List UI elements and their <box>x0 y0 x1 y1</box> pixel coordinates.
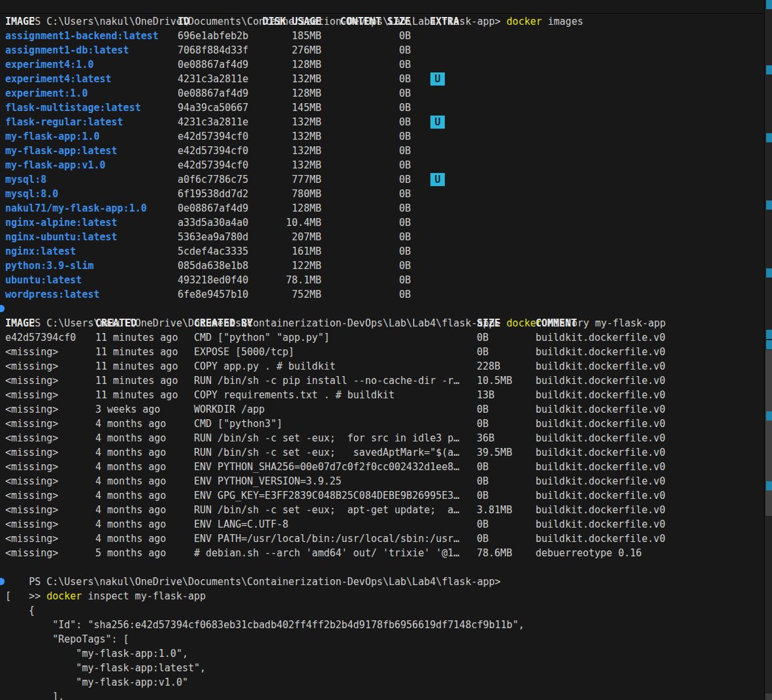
image-name-cell: python:3.9-slim <box>5 259 93 273</box>
history-created-by-cell: RUN /bin/sh -c set -eux; for src in idle… <box>194 431 459 445</box>
prompt-line-inspect: >>dockerinspect my-flask-app <box>0 575 772 589</box>
command-overview-mark <box>766 411 772 421</box>
update-available-badge: U <box>430 116 445 129</box>
images-table-row: flask-regular:latest4231c3a2811e132MB0BU <box>0 115 772 129</box>
history-table-row: <missing>4 months agoENV PYTHON_SHA256=0… <box>0 460 772 474</box>
disk-usage-cell: 207MB <box>235 230 321 244</box>
terminal-window[interactable]: PS C:\Users\nakul\OneDrive\Documents\Con… <box>0 0 772 700</box>
history-created-cell: 4 months ago <box>95 460 166 474</box>
disk-usage-cell: 145MB <box>235 101 321 115</box>
json-output-line: "my-flask-app:v1.0" <box>0 675 772 690</box>
history-created-cell: 11 minutes ago <box>95 330 178 345</box>
history-image-cell: <missing> <box>5 488 58 503</box>
disk-usage-cell: 132MB <box>235 144 321 158</box>
images-table-body: assignment1-backend:latest696e1abfeb2b18… <box>0 29 772 302</box>
history-table-row: e42d57394cf011 minutes agoCMD ["python" … <box>0 330 772 345</box>
image-name-cell: ubuntu:latest <box>5 273 82 287</box>
image-name-cell: experiment4:latest <box>5 72 112 86</box>
history-image-cell: <missing> <box>5 388 58 402</box>
images-table-row: assignment1-db:latest7068f884d33f276MB0B <box>0 43 772 57</box>
history-image-cell: <missing> <box>5 474 58 488</box>
history-created-by-cell: ENV PYTHON_VERSION=3.9.25 <box>194 474 342 488</box>
command-overview-mark <box>766 481 772 490</box>
history-size-cell: 0B <box>477 345 489 359</box>
history-image-cell: <missing> <box>5 445 58 460</box>
history-header-comment: COMMENT <box>536 316 577 330</box>
image-name-cell: experiment:1.0 <box>5 86 88 101</box>
image-name-cell: mysql:8.0 <box>5 187 58 201</box>
image-name-cell: nakul71/my-flask-app:1.0 <box>5 201 147 215</box>
images-header-disk-usage: DISK USAGE <box>235 14 321 29</box>
history-image-cell: <missing> <box>5 402 58 417</box>
history-comment-cell: buildkit.dockerfile.v0 <box>536 460 666 474</box>
json-output-line: "my-flask-app:latest", <box>0 661 772 675</box>
history-header-created: CREATED <box>95 316 137 330</box>
history-table-row: <missing>3 weeks agoWORKDIR /app0Bbuildk… <box>0 402 772 417</box>
history-comment-cell: buildkit.dockerfile.v0 <box>536 374 666 388</box>
history-image-cell: <missing> <box>5 374 58 388</box>
disk-usage-cell: 780MB <box>235 187 321 201</box>
images-header-content-size: CONTENT SIZE <box>325 14 411 29</box>
image-name-cell: nginx-ubuntu:latest <box>5 230 118 244</box>
history-size-cell: 0B <box>477 417 489 431</box>
history-created-by-cell: WORKDIR /app <box>194 402 265 417</box>
prompt-line-plain: PS C:\Users\nakul\OneDrive\Documents\Con… <box>0 560 772 575</box>
content-size-cell: 0B <box>325 172 411 187</box>
command-overview-mark <box>766 268 772 278</box>
disk-usage-cell: 132MB <box>235 158 321 172</box>
history-created-by-cell: COPY app.py . # buildkit <box>194 359 336 374</box>
disk-usage-cell: 128MB <box>235 201 321 215</box>
content-size-cell: 0B <box>325 57 411 72</box>
history-table-row: <missing>11 minutes agoCOPY requirements… <box>0 388 772 402</box>
history-table-row: <missing>4 months agoCMD ["python3"]0Bbu… <box>0 417 772 431</box>
disk-usage-cell: 132MB <box>235 115 321 129</box>
history-comment-cell: buildkit.dockerfile.v0 <box>536 474 666 488</box>
content-size-cell: 0B <box>325 215 411 230</box>
history-image-cell: <missing> <box>5 532 58 546</box>
image-name-cell: experiment4:1.0 <box>5 57 93 72</box>
history-size-cell: 10.5MB <box>477 374 512 388</box>
image-name-cell: my-flask-app:v1.0 <box>5 158 106 172</box>
history-size-cell: 13B <box>477 388 494 402</box>
history-created-cell: 4 months ago <box>95 417 166 431</box>
disk-usage-cell: 122MB <box>235 259 321 273</box>
image-name-cell: nginx:latest <box>5 244 76 259</box>
history-created-cell: 4 months ago <box>95 517 166 532</box>
history-table-row: <missing>4 months agoENV PYTHON_VERSION=… <box>0 474 772 488</box>
content-size-cell: 0B <box>325 144 411 158</box>
history-comment-cell: buildkit.dockerfile.v0 <box>536 445 666 460</box>
history-created-by-cell: ENV PYTHON_SHA256=00e07d7c0f2f0cc002432d… <box>194 460 459 474</box>
scrollbar-thumb[interactable] <box>765 350 772 516</box>
content-size-cell: 0B <box>325 259 411 273</box>
history-created-by-cell: # debian.sh --arch 'amd64' out/ 'trixie'… <box>194 546 459 560</box>
scrollbar-track[interactable] <box>764 0 772 700</box>
history-size-cell: 0B <box>477 460 489 474</box>
json-output-line: "Id": "sha256:e42d57394cf0683eb31cbadb40… <box>0 618 772 632</box>
history-size-cell: 3.81MB <box>477 503 512 517</box>
history-size-cell: 0B <box>477 488 489 503</box>
history-image-cell: <missing> <box>5 417 58 431</box>
content-size-cell: 0B <box>325 43 411 57</box>
history-table-row: <missing>4 months agoRUN /bin/sh -c set … <box>0 431 772 445</box>
image-name-cell: assignment1-db:latest <box>5 43 129 57</box>
content-size-cell: 0B <box>325 244 411 259</box>
prompt-line-history: PS C:\Users\nakul\OneDrive\Documents\Con… <box>0 302 772 316</box>
images-table-row: nakul71/my-flask-app:1.00e08867af4d9128M… <box>0 201 772 215</box>
images-table-row: experiment:1.00e08867af4d9128MB0B <box>0 86 772 101</box>
images-header-id: ID <box>178 14 189 29</box>
history-created-cell: 4 months ago <box>95 488 166 503</box>
update-available-badge: U <box>430 72 445 86</box>
images-table-row: ubuntu:latest493218ed0f4078.1MB0B <box>0 273 772 287</box>
disk-usage-cell: 132MB <box>235 129 321 144</box>
history-comment-cell: buildkit.dockerfile.v0 <box>536 330 666 345</box>
images-table-row: assignment1-backend:latest696e1abfeb2b18… <box>0 29 772 43</box>
history-table-row: <missing>11 minutes agoRUN /bin/sh -c pi… <box>0 374 772 388</box>
disk-usage-cell: 161MB <box>235 244 321 259</box>
json-output-line: "my-flask-app:1.0", <box>0 646 772 661</box>
history-image-cell: <missing> <box>5 517 58 532</box>
images-table-row: nginx-alpine:latesta33d5a30a4a010.4MB0B <box>0 215 772 230</box>
history-header-row: IMAGE CREATED CREATED BY SIZE COMMENT <box>0 316 772 330</box>
images-header-row: IMAGE ID DISK USAGE CONTENT SIZE EXTRA <box>0 14 772 29</box>
history-size-cell: 0B <box>477 474 489 488</box>
history-size-cell: 228B <box>477 359 500 374</box>
